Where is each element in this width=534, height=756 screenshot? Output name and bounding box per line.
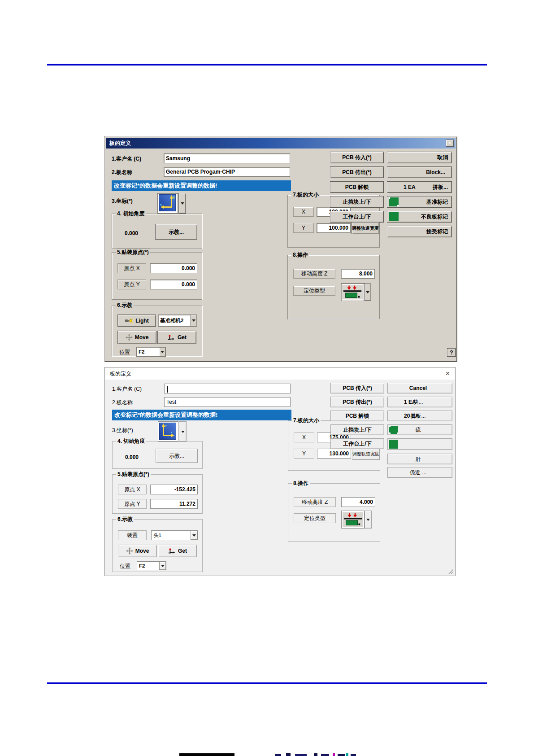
positioning-type-icon[interactable]: [341, 511, 365, 529]
operation-legend: 8.操作: [291, 251, 309, 259]
teach-legend: 6.示教: [116, 516, 134, 523]
teach-angle-button[interactable]: 示教...: [155, 224, 197, 240]
size-y-input[interactable]: [317, 223, 351, 233]
size-y-input[interactable]: [317, 449, 351, 459]
green-mark-swatch: [389, 426, 398, 434]
block-button[interactable]: Block...: [387, 166, 452, 178]
fiducial-mark-button[interactable]: 硫: [387, 424, 452, 435]
move-button[interactable]: Move: [117, 331, 156, 344]
manual-page: 板的定义 ✕ 1.客户名 (C) 2.板名称 改变标记*的数据会重新设置调整的数…: [0, 0, 534, 756]
origin-x-label: 原点 X: [118, 485, 147, 494]
panelize-button[interactable]: 1 EA 拼板...: [387, 181, 452, 193]
title-bar[interactable]: 板的定义 ✕: [105, 368, 455, 380]
origin-y-input[interactable]: [150, 280, 197, 289]
adjust-track-width-button[interactable]: 调整轨道宽度: [352, 222, 379, 234]
accept-mark-button[interactable]: 接受标记: [387, 226, 452, 237]
chevron-down-icon: [366, 519, 370, 523]
table-updown-button[interactable]: 工作台上/下: [330, 438, 384, 449]
pcb-unload-button[interactable]: PCB 传出(*): [330, 397, 384, 407]
get-button[interactable]: Get: [158, 545, 197, 557]
device-select[interactable]: 头1: [151, 530, 198, 540]
green-mark-swatch: [389, 440, 398, 449]
light-button-label: Light: [135, 318, 148, 324]
panelize-button[interactable]: 20 EA 拼板...: [387, 411, 452, 421]
resize-grip-icon[interactable]: [448, 568, 453, 574]
stopper-updown-button[interactable]: 止挡块上/下: [330, 196, 384, 208]
board-name-input[interactable]: [164, 397, 291, 407]
camera-select[interactable]: 基准相机2: [158, 315, 197, 327]
stopper-updown-button[interactable]: 止挡块上/下: [330, 424, 384, 435]
coordinate-orientation-icon[interactable]: Y x: [157, 193, 178, 214]
accept-mark-label: 肝: [416, 455, 421, 463]
pcb-unlock-button[interactable]: PCB 解锁: [330, 411, 384, 421]
customer-name-input[interactable]: [164, 153, 290, 163]
origin-y-label: 原点 Y: [118, 499, 147, 509]
get-button-label: Get: [178, 334, 187, 341]
board-size-legend: 7.板的大小: [291, 191, 320, 199]
chevron-down-icon[interactable]: [159, 562, 166, 570]
panelize-count: 20 EA: [404, 413, 419, 419]
move-cross-icon: [126, 547, 133, 555]
positioning-type-dropdown[interactable]: [365, 511, 372, 529]
bad-board-mark-button[interactable]: 不良板标记: [387, 211, 452, 223]
move-cross-icon: [126, 334, 133, 341]
position-select-value: F2: [137, 349, 159, 354]
initial-angle-legend: 4. 切始角度: [116, 437, 146, 445]
get-button[interactable]: Get: [157, 331, 196, 344]
origin-x-input[interactable]: [150, 263, 197, 273]
move-height-z-input[interactable]: [341, 269, 375, 279]
light-button[interactable]: Light: [117, 315, 156, 327]
move-height-z-label: 移动高度 Z: [294, 497, 336, 507]
mount-origin-legend: 5.贴装原点(*): [116, 249, 150, 256]
block-button[interactable]: 1 EA 块...: [387, 397, 452, 407]
cancel-button[interactable]: Cancel: [387, 383, 452, 393]
table-updown-button[interactable]: 工作台上/下: [330, 211, 384, 223]
pcb-load-button[interactable]: PCB 传入(*): [330, 383, 384, 393]
board-name-input[interactable]: [164, 167, 290, 177]
coordinate-dropdown-button[interactable]: [179, 421, 187, 442]
coordinate-orientation-icon[interactable]: Y x: [158, 421, 178, 442]
chevron-down-icon[interactable]: [191, 531, 197, 540]
mount-origin-group: 5.贴装原点(*) 原点 X 原点 Y: [112, 252, 202, 300]
positioning-type-icon[interactable]: [341, 283, 364, 301]
fiducial-mark-button[interactable]: 基准标记: [387, 196, 452, 208]
block-label: Block...: [426, 169, 445, 175]
chevron-down-icon[interactable]: [159, 347, 165, 356]
pcb-load-button[interactable]: PCB 传入(*): [330, 152, 384, 163]
move-height-z-input[interactable]: [341, 497, 375, 507]
origin-y-label: 原点 Y: [117, 280, 146, 289]
size-y-label: Y: [293, 223, 314, 233]
origin-x-input[interactable]: [150, 485, 198, 494]
position-label: 位置: [120, 563, 130, 570]
customer-name-input[interactable]: [164, 384, 291, 393]
axes-icon-origin-bottom-right: Y x: [159, 194, 176, 211]
origin-y-input[interactable]: [150, 499, 198, 509]
fiducial-mark-label: 基准标记: [426, 198, 448, 206]
bad-board-mark-button[interactable]: [387, 438, 452, 450]
position-select[interactable]: F2: [137, 561, 166, 570]
help-button[interactable]: ?: [447, 348, 456, 357]
approach-button[interactable]: 係近 ...: [387, 467, 452, 478]
chevron-down-icon[interactable]: [190, 315, 197, 326]
close-icon[interactable]: ✕: [445, 370, 450, 377]
move-button[interactable]: Move: [118, 545, 157, 557]
positioning-type-dropdown[interactable]: [364, 283, 371, 301]
coordinate-dropdown-button[interactable]: [178, 193, 186, 214]
close-icon[interactable]: ✕: [446, 140, 454, 147]
size-x-label: X: [294, 433, 314, 442]
pcb-unlock-button[interactable]: PCB 解锁: [330, 181, 384, 193]
coordinate-label: 3.坐标(*): [112, 197, 133, 205]
footer-fragment: [295, 754, 307, 756]
mount-origin-group: 5.贴装原点(*) 原点 X 原点 Y: [112, 474, 203, 514]
cancel-label: 取消: [437, 154, 448, 162]
accept-mark-button[interactable]: 肝: [387, 454, 452, 464]
fiducial-mark-label: 硫: [416, 426, 421, 434]
position-select[interactable]: F2: [136, 347, 166, 357]
title-bar[interactable]: 板的定义 ✕: [106, 138, 456, 149]
teach-angle-button[interactable]: 示教...: [156, 449, 198, 463]
pcb-unload-button[interactable]: PCB 传出(*): [330, 166, 384, 178]
cancel-button[interactable]: 取消: [387, 152, 452, 163]
adjust-track-width-button[interactable]: 调整轨道宽度: [352, 448, 380, 460]
dialog-title: 板的定义: [110, 368, 131, 380]
device-select-value: 头1: [152, 532, 191, 539]
